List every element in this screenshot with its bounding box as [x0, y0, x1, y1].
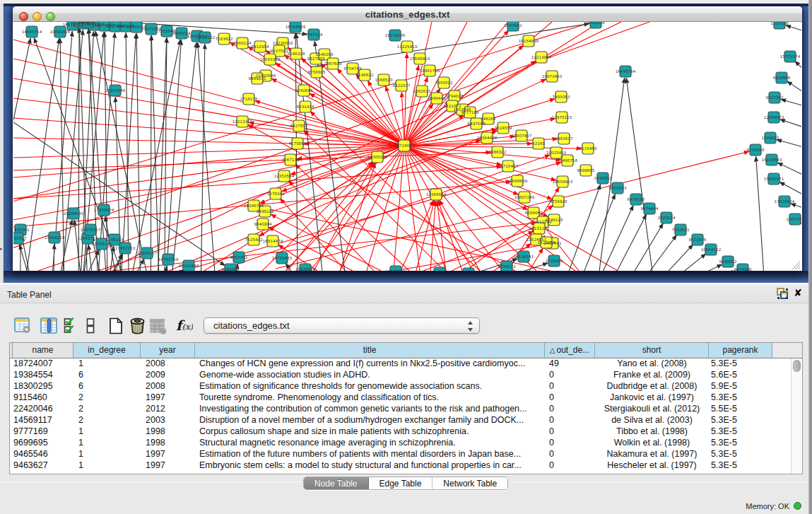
- collapse-arrow-icon[interactable]: ▸: [0, 246, 3, 252]
- divider-collapse-icon[interactable]: ˆ: [402, 280, 404, 287]
- cell-name[interactable]: 9463627: [13, 460, 73, 472]
- cell-short[interactable]: Wolkin et al. (1998): [595, 438, 709, 449]
- memory-status-icon[interactable]: [794, 502, 801, 510]
- select-rows-icon[interactable]: [64, 317, 79, 334]
- cell-short[interactable]: Yano et al. (2008): [595, 358, 709, 370]
- cell-year[interactable]: 2009: [141, 370, 195, 381]
- cell-title[interactable]: Disruption of a novel member of a sodium…: [195, 415, 545, 426]
- tab-network-table[interactable]: Network Table: [433, 477, 507, 489]
- cell-name[interactable]: 22420046: [13, 404, 73, 415]
- new-document-icon[interactable]: [108, 317, 124, 334]
- cell-title[interactable]: Investigating the contribution of common…: [195, 404, 545, 415]
- cell-out_de[interactable]: 0: [545, 370, 595, 381]
- cell-year[interactable]: 1998: [141, 438, 195, 449]
- cell-short[interactable]: Dudbridge et al. (2008): [595, 381, 709, 392]
- cell-out_de[interactable]: 0: [545, 404, 595, 415]
- row-height-icon[interactable]: [86, 317, 95, 334]
- table-row[interactable]: 1938455462009Genome-wide association stu…: [10, 370, 791, 381]
- show-columns-icon[interactable]: [40, 317, 57, 334]
- cell-name[interactable]: 9699695: [13, 438, 73, 449]
- cell-year[interactable]: 2003: [141, 415, 195, 426]
- cell-name[interactable]: 18724007: [13, 358, 73, 370]
- cell-pagerank[interactable]: 5.3E-5: [709, 415, 772, 426]
- network-view[interactable]: 1405571420091406168121231956536210653287…: [13, 22, 801, 271]
- cell-pagerank[interactable]: 5.3E-5: [709, 460, 772, 472]
- table-row[interactable]: 977716911998Corpus callosum shape and si…: [10, 426, 791, 438]
- table-row[interactable]: 1830029562008Estimation of significance …: [10, 381, 791, 392]
- column-header-year[interactable]: year: [141, 343, 195, 358]
- table-type-segmented-control[interactable]: Node TableEdge TableNetwork Table: [303, 477, 508, 490]
- cell-in_degree[interactable]: 1: [73, 426, 141, 438]
- cell-title[interactable]: Embryonic stem cells: a model to study s…: [195, 460, 545, 472]
- cell-pagerank[interactable]: 5.9E-5: [709, 381, 772, 392]
- table-row[interactable]: 946362711997Embryonic stem cells: a mode…: [10, 460, 791, 472]
- cell-pagerank[interactable]: 5.3E-5: [709, 426, 772, 438]
- cell-short[interactable]: Nakamura et al. (1997): [595, 449, 709, 460]
- cell-title[interactable]: Genome-wide association studies in ADHD.: [195, 370, 545, 381]
- cell-name[interactable]: 19384554: [13, 370, 73, 381]
- cell-in_degree[interactable]: 1: [73, 438, 141, 449]
- cell-in_degree[interactable]: 1: [73, 358, 141, 370]
- cell-title[interactable]: Structural magnetic resonance image aver…: [195, 438, 545, 449]
- cell-name[interactable]: 9465546: [13, 449, 73, 460]
- cell-short[interactable]: Hescheler et al. (1997): [595, 460, 709, 472]
- column-header-in_degree[interactable]: in_degree: [73, 343, 141, 358]
- cell-out_de[interactable]: 0: [545, 426, 595, 438]
- split-pane-divider[interactable]: ˆ: [0, 283, 808, 285]
- function-builder-icon[interactable]: f (x): [176, 317, 193, 334]
- cell-title[interactable]: Tourette syndrome. Phenomenology and cla…: [195, 392, 545, 404]
- cell-year[interactable]: 2008: [141, 381, 195, 392]
- cell-name[interactable]: 9115460: [13, 392, 73, 404]
- table-body[interactable]: 1872400712008Changes of HCN gene express…: [10, 358, 791, 474]
- cell-short[interactable]: de Silva et al. (2003): [595, 415, 709, 426]
- cell-pagerank[interactable]: 5.3E-5: [709, 392, 772, 404]
- graph-node[interactable]: [463, 268, 474, 271]
- cell-pagerank[interactable]: 5.5E-5: [709, 404, 772, 415]
- network-window[interactable]: citations_edges.txt 14055714200914061681…: [13, 6, 802, 271]
- cell-pagerank[interactable]: 5.6E-5: [709, 370, 772, 381]
- cell-name[interactable]: 18300295: [13, 381, 73, 392]
- window-resize-handle[interactable]: [790, 259, 801, 270]
- column-header-pagerank[interactable]: pagerank: [709, 343, 772, 358]
- cell-in_degree[interactable]: 1: [73, 460, 141, 472]
- cell-title[interactable]: Changes of HCN gene expression and I(f) …: [195, 358, 545, 370]
- cell-out_de[interactable]: 49: [545, 358, 595, 370]
- cell-out_de[interactable]: 0: [545, 392, 595, 404]
- cell-year[interactable]: 1998: [141, 426, 195, 438]
- cell-short[interactable]: Franke et al. (2009): [595, 370, 709, 381]
- cell-out_de[interactable]: 0: [545, 449, 595, 460]
- cell-year[interactable]: 1997: [141, 460, 195, 472]
- cell-year[interactable]: 2008: [141, 358, 195, 370]
- cell-in_degree[interactable]: 2: [73, 415, 141, 426]
- table-header-row[interactable]: namein_degreeyeartitle△out_de...shortpag…: [10, 343, 802, 358]
- cell-year[interactable]: 1997: [141, 449, 195, 460]
- delete-row-trash-icon[interactable]: [129, 317, 146, 334]
- tab-node-table[interactable]: Node Table: [304, 477, 369, 489]
- cell-short[interactable]: Jankovic et al. (1997): [595, 392, 709, 404]
- cell-name[interactable]: 14569117: [13, 415, 73, 426]
- network-window-titlebar[interactable]: citations_edges.txt: [13, 6, 802, 22]
- cell-in_degree[interactable]: 1: [73, 449, 141, 460]
- cell-in_degree[interactable]: 6: [73, 381, 141, 392]
- left-collapse-strip[interactable]: ▸: [0, 4, 4, 285]
- scrollbar-thumb[interactable]: [793, 360, 801, 372]
- table-row[interactable]: 1456911722003Disruption of a novel membe…: [10, 415, 791, 426]
- cell-short[interactable]: Stergiakouli et al. (2012): [595, 404, 709, 415]
- table-source-select[interactable]: citations_edges.txt: [204, 317, 480, 334]
- cell-title[interactable]: Estimation of significance thresholds fo…: [195, 381, 545, 392]
- cell-pagerank[interactable]: 5.3E-5: [709, 449, 772, 460]
- cell-in_degree[interactable]: 2: [73, 392, 141, 404]
- table-vertical-scrollbar[interactable]: [791, 358, 802, 474]
- cell-title[interactable]: Corpus callosum shape and size in male p…: [195, 426, 545, 438]
- cell-out_de[interactable]: 0: [545, 415, 595, 426]
- cell-pagerank[interactable]: 5.3E-5: [709, 358, 772, 370]
- tab-edge-table[interactable]: Edge Table: [369, 477, 433, 489]
- attribute-table[interactable]: namein_degreeyeartitle△out_de...shortpag…: [9, 342, 803, 474]
- cell-short[interactable]: Tibbo et al. (1998): [595, 426, 709, 438]
- table-row[interactable]: 946554611997Estimation of the future num…: [10, 449, 791, 460]
- column-header-short[interactable]: short: [595, 343, 709, 358]
- table-row[interactable]: 911546021997Tourette syndrome. Phenomeno…: [10, 392, 791, 404]
- cell-in_degree[interactable]: 2: [73, 404, 141, 415]
- cell-in_degree[interactable]: 6: [73, 370, 141, 381]
- cell-year[interactable]: 1997: [141, 392, 195, 404]
